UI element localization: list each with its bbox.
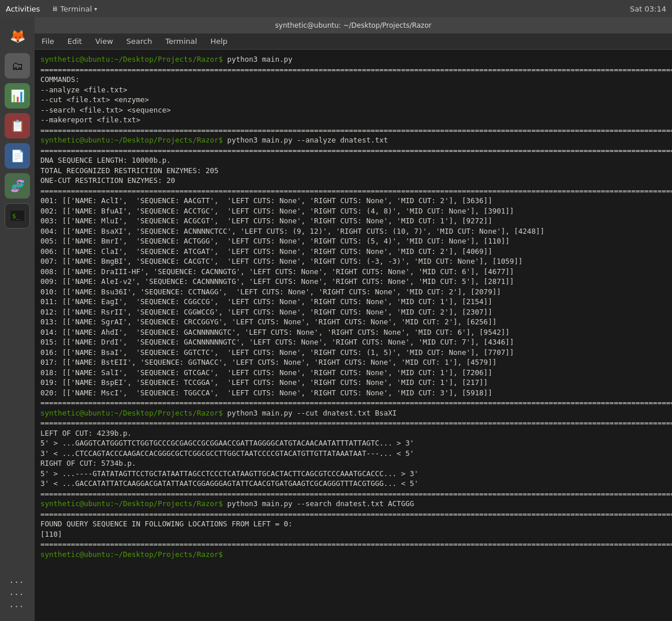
cut-right-seq1: 5' > ...----GTATATAGTTCCTGCTATAATTAGCCTC… bbox=[40, 469, 666, 479]
cut-left-seq1: 5' > ...GAGGTCATGGGTTCTGGTGCCCGCGAGCCGCG… bbox=[40, 438, 666, 448]
prompt-3: synthetic@ubuntu:~/Desktop/Projects/Razo… bbox=[40, 409, 223, 417]
separator-9: ========================================… bbox=[40, 539, 666, 549]
topbar-left: Activities 🖥 Terminal ▾ bbox=[6, 5, 97, 13]
search-result-label: FOUND QUERY SEQUENCE IN FOLLOWING LOCATI… bbox=[40, 519, 666, 529]
terminal-icon-top: 🖥 bbox=[51, 5, 58, 13]
help-makereport: --makereport <file.txt> bbox=[40, 115, 666, 125]
prompt-line-2: synthetic@ubuntu:~/Desktop/Projects/Razo… bbox=[40, 135, 666, 145]
menu-bar: File Edit View Search Terminal Help bbox=[35, 33, 672, 50]
separator-1: ========================================… bbox=[40, 65, 666, 75]
writer-icon[interactable]: 📄 bbox=[5, 143, 30, 169]
cut-right-seq2: 3' < ...GACCATATTATCAAGGACGATATTAATCGGAG… bbox=[40, 478, 666, 489]
separator-3: ========================================… bbox=[40, 145, 666, 156]
window-titlebar: synthetic@ubuntu: ~/Desktop/Projects/Raz… bbox=[35, 17, 672, 33]
bioinf-icon[interactable]: 🧬 bbox=[5, 173, 30, 199]
enzyme-002: 002: [['NAME: BfuAI', 'SEQUENCE: ACCTGC'… bbox=[40, 206, 666, 216]
analyze-onecut: ONE-CUT RESTRICTION ENZYMES: 20 bbox=[40, 175, 666, 186]
analyze-length: DNA SEQUENCE LENGTH: 10000b.p. bbox=[40, 155, 666, 166]
prompt-line-3: synthetic@ubuntu:~/Desktop/Projects/Razo… bbox=[40, 408, 666, 418]
enzyme-005: 005: [['NAME: BmrI', 'SEQUENCE: ACTGGG',… bbox=[40, 236, 666, 246]
activities-button[interactable]: Activities bbox=[6, 5, 40, 13]
enzyme-001: 001: [['NAME: AclI', 'SEQUENCE: AACGTT',… bbox=[40, 196, 666, 206]
cut-right-label: RIGHT OF CUT: 5734b.p. bbox=[40, 458, 666, 469]
enzyme-007: 007: [['NAME: BmgBI', 'SEQUENCE: CACGTC'… bbox=[40, 256, 666, 267]
terminal-output[interactable]: synthetic@ubuntu:~/Desktop/Projects/Razo… bbox=[35, 50, 672, 621]
enzyme-013: 013: [['NAME: SgrAI', 'SEQUENCE: CRCCGGY… bbox=[40, 317, 666, 327]
enzyme-018: 018: [['NAME: SalI', 'SEQUENCE: GTCGAC',… bbox=[40, 368, 666, 378]
menu-edit[interactable]: Edit bbox=[65, 36, 84, 47]
enzyme-012: 012: [['NAME: RsrII', 'SEQUENCE: CGGWCCG… bbox=[40, 307, 666, 317]
help-output: COMMANDS: bbox=[40, 74, 666, 85]
impress-icon[interactable]: 📋 bbox=[5, 113, 30, 139]
prompt-1: synthetic@ubuntu:~/Desktop/Projects/Razo… bbox=[40, 55, 223, 63]
calc-icon[interactable]: 📊 bbox=[5, 83, 30, 109]
enzyme-015: 015: [['NAME: DrdI', 'SEQUENCE: GACNNNNN… bbox=[40, 337, 666, 347]
menu-terminal[interactable]: Terminal bbox=[163, 36, 199, 47]
cut-left-label: LEFT OF CUT: 4239b.p. bbox=[40, 428, 666, 439]
enzyme-020: 020: [['NAME: MscI', 'SEQUENCE: TGGCCA',… bbox=[40, 388, 666, 398]
separator-4: ========================================… bbox=[40, 186, 666, 196]
window-title: synthetic@ubuntu: ~/Desktop/Projects/Raz… bbox=[275, 21, 432, 29]
final-prompt: synthetic@ubuntu:~/Desktop/Projects/Razo… bbox=[40, 550, 223, 559]
terminal-indicator: 🖥 Terminal ▾ bbox=[51, 5, 97, 13]
final-prompt-line: synthetic@ubuntu:~/Desktop/Projects/Razo… bbox=[40, 549, 666, 560]
firefox-icon[interactable]: 🦊 bbox=[5, 23, 30, 48]
separator-5: ========================================… bbox=[40, 398, 666, 408]
separator-7: ========================================… bbox=[40, 489, 666, 499]
top-bar: Activities 🖥 Terminal ▾ Sat 03:14 bbox=[0, 0, 672, 17]
separator-6: ========================================… bbox=[40, 418, 666, 428]
main-area: synthetic@ubuntu: ~/Desktop/Projects/Raz… bbox=[35, 17, 672, 621]
prompt-line-4: synthetic@ubuntu:~/Desktop/Projects/Razo… bbox=[40, 499, 666, 509]
enzyme-003: 003: [['NAME: MluI', 'SEQUENCE: ACGCGT',… bbox=[40, 216, 666, 226]
svg-text:$_: $_ bbox=[12, 212, 20, 220]
enzyme-006: 006: [['NAME: ClaI', 'SEQUENCE: ATCGAT',… bbox=[40, 246, 666, 257]
app-grid-button[interactable]: ········· bbox=[10, 576, 25, 612]
menu-search[interactable]: Search bbox=[124, 36, 155, 47]
sidebar: 🦊 🗂 📊 📋 📄 🧬 $_ ········· bbox=[0, 17, 35, 621]
terminal-menu-label[interactable]: Terminal bbox=[60, 5, 92, 13]
menu-view[interactable]: View bbox=[93, 36, 115, 47]
terminal-icon[interactable]: $_ bbox=[5, 203, 30, 229]
enzyme-010: 010: [['NAME: Bsu36I', 'SEQUENCE: CCTNAG… bbox=[40, 287, 666, 297]
prompt-4: synthetic@ubuntu:~/Desktop/Projects/Razo… bbox=[40, 499, 223, 508]
analyze-total: TOTAL RECOGNIZED RESTRICTION ENZYMES: 20… bbox=[40, 166, 666, 176]
cut-left-seq2: 3' < ...CTCCAGTACCCAAGACCACGGGCGCTCGGCGC… bbox=[40, 448, 666, 459]
terminal-dropdown-arrow[interactable]: ▾ bbox=[94, 6, 97, 12]
enzyme-019: 019: [['NAME: BspEI', 'SEQUENCE: TCCGGA'… bbox=[40, 377, 666, 388]
menu-help[interactable]: Help bbox=[208, 36, 230, 47]
separator-2: ========================================… bbox=[40, 125, 666, 136]
enzyme-008: 008: [['NAME: DraIII-HF', 'SEQUENCE: CAC… bbox=[40, 267, 666, 277]
files-icon[interactable]: 🗂 bbox=[5, 53, 30, 78]
enzyme-017: 017: [['NAME: BstEII', 'SEQUENCE: GGTNAC… bbox=[40, 357, 666, 368]
menu-file[interactable]: File bbox=[39, 36, 57, 47]
enzyme-014: 014: [['NAME: AhdI', 'SEQUENCE: GACNNNNN… bbox=[40, 327, 666, 338]
enzyme-011: 011: [['NAME: EagI', 'SEQUENCE: CGGCCG',… bbox=[40, 297, 666, 307]
prompt-2: synthetic@ubuntu:~/Desktop/Projects/Razo… bbox=[40, 136, 223, 144]
separator-8: ========================================… bbox=[40, 509, 666, 519]
enzyme-004: 004: [['NAME: BsaXI', 'SEQUENCE: ACNNNNC… bbox=[40, 226, 666, 237]
search-result-value: [110] bbox=[40, 529, 666, 540]
prompt-line-1: synthetic@ubuntu:~/Desktop/Projects/Razo… bbox=[40, 54, 666, 65]
enzyme-009: 009: [['NAME: AleI-v2', 'SEQUENCE: CACNN… bbox=[40, 276, 666, 287]
help-cut: --cut <file.txt> <enzyme> bbox=[40, 95, 666, 105]
help-analyze: --analyze <file.txt> bbox=[40, 85, 666, 95]
help-search: --search <file.txt> <sequence> bbox=[40, 105, 666, 115]
topbar-clock: Sat 03:14 bbox=[630, 5, 666, 13]
enzyme-016: 016: [['NAME: BsaI', 'SEQUENCE: GGTCTC',… bbox=[40, 347, 666, 358]
